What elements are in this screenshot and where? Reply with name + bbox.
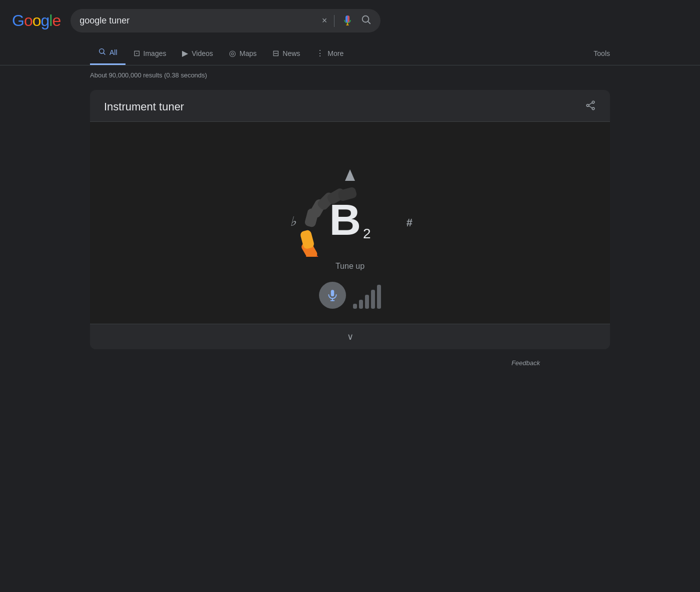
header: Google google tuner × [0,0,700,41]
feedback-link[interactable]: Feedback [512,359,540,367]
tuner-title: Instrument tuner [104,100,184,113]
chevron-down-icon: ∨ [347,331,354,342]
expand-section[interactable]: ∨ [90,324,610,349]
tab-maps[interactable]: ◎ Maps [221,42,264,64]
tab-videos[interactable]: ▶ Videos [174,42,221,64]
videos-icon: ▶ [182,48,188,58]
volume-bars [353,285,381,309]
tab-images[interactable]: ⊡ Images [126,42,174,64]
news-icon: ⊟ [272,48,279,58]
search-bar: google tuner × [70,9,380,32]
tab-more[interactable]: ⋮ More [308,42,352,64]
tune-status: Tune up [336,262,364,271]
note-octave: 2 [363,226,371,242]
tab-videos-label: Videos [192,49,213,57]
svg-line-8 [589,106,592,108]
results-count: About 90,000,000 results (0.38 seconds) [90,71,207,79]
tab-images-label: Images [144,49,166,57]
svg-rect-20 [331,290,334,296]
sharp-label: # [406,216,412,229]
vol-bar-4 [371,290,375,309]
vol-bar-2 [359,300,363,309]
tab-news[interactable]: ⊟ News [264,42,308,64]
images-icon: ⊡ [134,48,140,58]
all-icon [98,47,106,57]
tab-news-label: News [282,49,300,57]
bottom-controls [319,282,381,309]
maps-icon: ◎ [229,48,236,58]
svg-line-7 [589,103,592,105]
share-icon[interactable] [585,100,596,113]
svg-line-3 [104,53,105,54]
svg-marker-14 [345,169,355,181]
tuner-card-header: Instrument tuner [90,90,610,122]
svg-point-6 [592,107,594,110]
main-content: Instrument tuner [0,85,700,354]
svg-point-4 [592,101,594,103]
tab-maps-label: Maps [240,49,256,57]
search-input[interactable]: google tuner [80,15,316,26]
svg-line-1 [368,21,370,23]
gauge-container: B 2 ♭ # [255,142,445,257]
search-button[interactable] [360,14,372,27]
nav-tabs: All ⊡ Images ▶ Videos ◎ Maps ⊟ News ⋮ Mo… [0,41,700,65]
tuner-body: B 2 ♭ # Tune up [90,122,610,324]
tuner-card: Instrument tuner [90,90,610,349]
mic-icon[interactable] [342,15,354,27]
vol-bar-3 [365,295,369,309]
tools-button[interactable]: Tools [594,43,610,63]
tab-more-label: More [328,49,344,57]
tab-all[interactable]: All [90,41,126,65]
google-logo: Google [12,11,60,30]
more-dots-icon: ⋮ [316,48,324,58]
search-bar-icons: × [322,14,372,27]
svg-point-5 [586,104,589,107]
search-divider [334,15,334,27]
clear-icon[interactable]: × [322,15,328,26]
results-info: About 90,000,000 results (0.38 seconds) [0,65,700,85]
note-letter: B [329,198,361,242]
vol-bar-1 [353,304,357,309]
mic-button[interactable] [319,282,346,309]
tab-all-label: All [110,48,118,56]
flat-label: ♭ [290,214,296,229]
note-display: B 2 [329,198,370,242]
vol-bar-5 [377,285,381,309]
